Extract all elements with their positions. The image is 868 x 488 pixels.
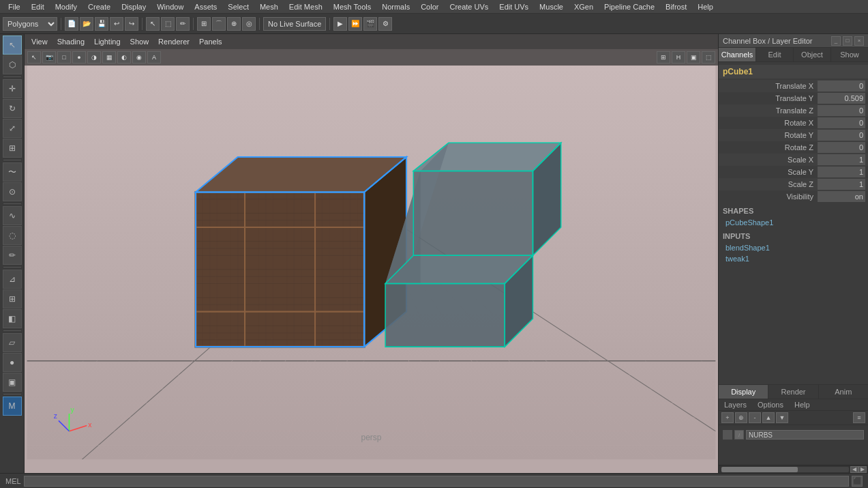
redo-btn[interactable]: ↪ <box>125 17 138 31</box>
layer-btn[interactable]: ◧ <box>3 309 22 328</box>
vp-camera-icon[interactable]: 📷 <box>42 51 56 63</box>
cb-maximize-btn[interactable]: □ <box>843 36 852 46</box>
cb-tab-show[interactable]: Show <box>831 48 868 61</box>
vp-shading-menu[interactable]: Shading <box>53 36 89 47</box>
shape-pCubeShape1[interactable]: pCubeShape1 <box>719 217 868 228</box>
render-seq-btn[interactable]: ⏩ <box>348 17 362 31</box>
rotate-tool-btn[interactable]: ↻ <box>3 99 22 118</box>
layer-move-down-btn[interactable]: ▼ <box>776 412 788 423</box>
universal-tool-btn[interactable]: ⊞ <box>3 139 22 158</box>
vp-show-menu[interactable]: Show <box>126 36 153 47</box>
paint-tool-btn[interactable]: ✏ <box>176 17 190 31</box>
layer-name-nurbs[interactable]: NURBS <box>746 430 864 440</box>
paint-select-btn[interactable]: ⬡ <box>3 55 22 74</box>
maya-logo-btn[interactable]: M <box>3 397 22 416</box>
menu-file[interactable]: File <box>3 1 26 12</box>
polygon-plane-btn[interactable]: ▱ <box>3 333 22 352</box>
open-scene-btn[interactable]: 📂 <box>80 17 93 31</box>
soft-mod-btn[interactable]: 〜 <box>3 162 22 182</box>
vp-2d-pan-icon[interactable]: ⬚ <box>702 51 715 63</box>
menu-mesh[interactable]: Mesh <box>254 1 284 12</box>
menu-color[interactable]: Color <box>415 1 444 12</box>
channel-sx-value[interactable] <box>818 154 865 165</box>
ep-curve-btn[interactable]: ◌ <box>3 226 22 245</box>
menu-display[interactable]: Display <box>116 1 151 12</box>
menu-modify[interactable]: Modify <box>50 1 83 12</box>
channel-ty-value[interactable] <box>818 93 865 104</box>
status-expand-btn[interactable]: ⬛ <box>852 476 863 487</box>
channel-rz-value[interactable] <box>818 142 865 153</box>
layer-vis-nurbs[interactable] <box>723 430 732 440</box>
vp-hud-icon[interactable]: H <box>672 51 685 63</box>
vp-wireframe-icon[interactable]: □ <box>57 51 71 63</box>
cb-tab-channels[interactable]: Channels <box>719 48 756 61</box>
vp-grid-vis-icon[interactable]: ⊞ <box>657 51 670 63</box>
mel-input[interactable] <box>24 476 849 487</box>
ipr-render-btn[interactable]: 🎬 <box>363 17 377 31</box>
menu-edit[interactable]: Edit <box>26 1 50 12</box>
cb-close-btn[interactable]: × <box>854 36 864 46</box>
snap-point-btn[interactable]: ⊕ <box>227 17 241 31</box>
layer-move-up-btn[interactable]: ▲ <box>762 412 775 423</box>
cb-tab-object[interactable]: Object <box>794 48 831 61</box>
layer-remove-btn[interactable]: - <box>749 412 761 423</box>
vp-texture-icon[interactable]: ▦ <box>102 51 116 63</box>
layer-p-nurbs[interactable]: / <box>734 430 744 440</box>
menu-select[interactable]: Select <box>222 1 254 12</box>
save-scene-btn[interactable]: 💾 <box>95 17 108 31</box>
menu-create-uvs[interactable]: Create UVs <box>444 1 494 12</box>
vp-view-menu[interactable]: View <box>27 36 52 47</box>
vp-panels-menu[interactable]: Panels <box>195 36 226 47</box>
scroll-right-btn[interactable]: ▶ <box>858 466 867 473</box>
layer-options-btn[interactable]: ≡ <box>853 412 865 423</box>
snap-grid-btn[interactable]: ⊞ <box>197 17 211 31</box>
layer-sub-layers[interactable]: Layers <box>719 399 752 410</box>
vp-ao-icon[interactable]: ◉ <box>132 51 146 63</box>
vp-film-gate-icon[interactable]: ▣ <box>687 51 700 63</box>
menu-help[interactable]: Help <box>692 1 719 12</box>
select-mode-btn[interactable]: ↖ <box>3 35 22 55</box>
render-settings-btn[interactable]: ⚙ <box>378 17 392 31</box>
move-tool-btn[interactable]: ✛ <box>3 79 22 98</box>
channel-tx-value[interactable] <box>818 81 865 91</box>
curve-tool-btn[interactable]: ∿ <box>3 206 22 225</box>
menu-normals[interactable]: Normals <box>376 1 415 12</box>
menu-bifrost[interactable]: Bifrost <box>660 1 692 12</box>
show-manip-btn[interactable]: ⊿ <box>3 270 22 289</box>
scale-tool-btn[interactable]: ⤢ <box>3 119 22 138</box>
layer-sub-options[interactable]: Options <box>752 399 789 410</box>
layer-scrollbar[interactable]: ◀ ▶ <box>719 465 868 473</box>
viewport-3d[interactable]: View Shading Lighting Show Renderer Pane… <box>25 34 718 473</box>
layer-add-btn[interactable]: + <box>721 412 734 423</box>
vp-lit-icon[interactable]: ◑ <box>87 51 101 63</box>
select-tool-btn[interactable]: ↖ <box>146 17 160 31</box>
channel-sz-value[interactable] <box>818 179 865 190</box>
channel-ry-value[interactable] <box>818 130 865 141</box>
menu-pipeline-cache[interactable]: Pipeline Cache <box>599 1 660 12</box>
channel-sy-value[interactable] <box>818 167 865 177</box>
menu-window[interactable]: Window <box>151 1 189 12</box>
vp-shadow-icon[interactable]: ◐ <box>117 51 131 63</box>
menu-xgen[interactable]: XGen <box>569 1 599 12</box>
cb-tab-edit[interactable]: Edit <box>756 48 794 61</box>
layer-tab-render[interactable]: Render <box>768 385 818 399</box>
menu-mesh-tools[interactable]: Mesh Tools <box>328 1 376 12</box>
pencil-btn[interactable]: ✏ <box>3 246 22 265</box>
sculpt-btn[interactable]: ⊙ <box>3 182 22 201</box>
scroll-left-btn[interactable]: ◀ <box>850 466 858 473</box>
layer-tab-anim[interactable]: Anim <box>819 385 868 399</box>
vp-renderer-menu[interactable]: Renderer <box>154 36 194 47</box>
menu-muscle[interactable]: Muscle <box>534 1 569 12</box>
menu-assets[interactable]: Assets <box>189 1 222 12</box>
channel-rx-value[interactable] <box>818 117 865 128</box>
vp-aa-icon[interactable]: A <box>147 51 161 63</box>
layer-sub-help[interactable]: Help <box>789 399 815 410</box>
vp-lighting-menu[interactable]: Lighting <box>90 36 125 47</box>
menu-edit-uvs[interactable]: Edit UVs <box>494 1 534 12</box>
menu-create[interactable]: Create <box>83 1 116 12</box>
channel-vis-value[interactable] <box>818 191 865 202</box>
render-btn[interactable]: ▶ <box>333 17 347 31</box>
snap-curve-btn[interactable]: ⌒ <box>212 17 226 31</box>
input-blendShape1[interactable]: blendShape1 <box>719 242 868 253</box>
undo-btn[interactable]: ↩ <box>110 17 123 31</box>
